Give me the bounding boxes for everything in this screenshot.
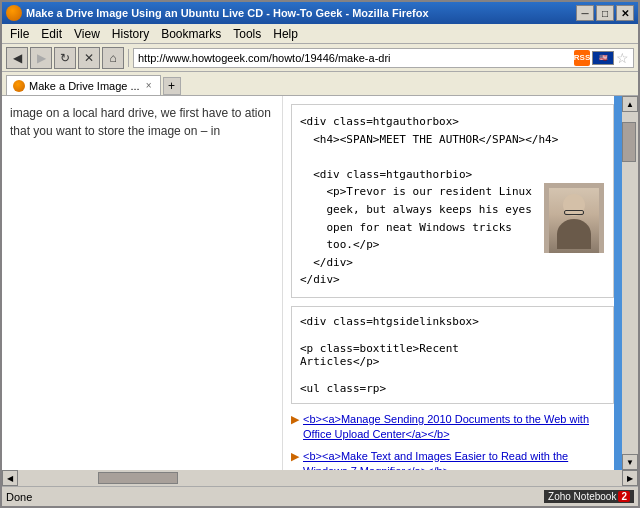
scroll-thumb-v[interactable] bbox=[622, 122, 636, 162]
close-button[interactable]: ✕ bbox=[616, 5, 634, 21]
menu-history[interactable]: History bbox=[106, 25, 155, 43]
scroll-thumb-h[interactable] bbox=[98, 472, 178, 484]
html-line-10: <div class=htgsidelinksbox> bbox=[300, 315, 605, 328]
minimize-button[interactable]: ─ bbox=[576, 5, 594, 21]
nav-bar: ◀ ▶ ↻ ✕ ⌂ http://www.howtogeek.com/howto… bbox=[2, 44, 638, 72]
menu-view[interactable]: View bbox=[68, 25, 106, 43]
author-section: <p>Trevor is our resident Linux geek, bu… bbox=[300, 183, 605, 253]
html-line-6: open for neat Windows tricks bbox=[300, 219, 532, 237]
forward-button[interactable]: ▶ bbox=[30, 47, 52, 69]
menu-file[interactable]: File bbox=[4, 25, 35, 43]
title-bar: Make a Drive Image Using an Ubuntu Live … bbox=[2, 2, 638, 24]
address-bar[interactable]: http://www.howtogeek.com/howto/19446/mak… bbox=[133, 48, 634, 68]
right-html-panel: <div class=htgauthorbox> <h4><SPAN>MEET … bbox=[282, 96, 622, 470]
html-line-2: <h4><SPAN>MEET THE AUTHOR</SPAN></h4> bbox=[300, 131, 605, 149]
status-right: Zoho Notebook 2 bbox=[544, 490, 634, 503]
back-button[interactable]: ◀ bbox=[6, 47, 28, 69]
html-line-1: <div class=htgauthorbox> bbox=[300, 113, 605, 131]
link-item-2: ▶ <b><a>Make Text and Images Easier to R… bbox=[291, 449, 614, 470]
menu-tools[interactable]: Tools bbox=[227, 25, 267, 43]
status-bar: Done Zoho Notebook 2 bbox=[2, 486, 638, 506]
html-line-3: <div class=htgauthorbio> bbox=[300, 166, 605, 184]
left-text-panel: image on a local hard drive, we first ha… bbox=[2, 96, 282, 470]
blue-accent-bar bbox=[614, 96, 622, 470]
scroll-track-v[interactable] bbox=[622, 112, 638, 454]
links-box: <div class=htgsidelinksbox> <p class=box… bbox=[291, 306, 614, 404]
home-button[interactable]: ⌂ bbox=[102, 47, 124, 69]
active-tab[interactable]: Make a Drive Image ... × bbox=[6, 75, 161, 95]
html-line-4: <p>Trevor is our resident Linux bbox=[300, 183, 532, 201]
html-line-9: </div> bbox=[300, 271, 605, 289]
tab-label: Make a Drive Image ... bbox=[29, 80, 140, 92]
status-text: Done bbox=[6, 491, 32, 503]
firefox-icon bbox=[6, 5, 22, 21]
link-arrow-2: ▶ bbox=[291, 450, 299, 463]
html-line-13: <ul class=rp> bbox=[300, 382, 605, 395]
link-text-2[interactable]: <b><a>Make Text and Images Easier to Rea… bbox=[303, 449, 614, 470]
rss-icon[interactable]: RSS bbox=[574, 50, 590, 66]
zoho-notebook-badge[interactable]: Zoho Notebook 2 bbox=[544, 490, 634, 503]
html-code-box: <div class=htgauthorbox> <h4><SPAN>MEET … bbox=[291, 104, 614, 298]
page-content: image on a local hard drive, we first ha… bbox=[2, 96, 638, 470]
scroll-left-button[interactable]: ◀ bbox=[2, 470, 18, 486]
horizontal-scrollbar[interactable]: ◀ ▶ bbox=[2, 470, 638, 486]
title-bar-left: Make a Drive Image Using an Ubuntu Live … bbox=[6, 5, 429, 21]
zoho-label: Zoho Notebook bbox=[548, 491, 616, 502]
scroll-up-button[interactable]: ▲ bbox=[622, 96, 638, 112]
zoho-count: 2 bbox=[618, 491, 630, 502]
tab-bar: Make a Drive Image ... × + bbox=[2, 72, 638, 96]
html-line-11: <p class=boxtitle>Recent bbox=[300, 342, 605, 355]
author-text: <p>Trevor is our resident Linux geek, bu… bbox=[300, 183, 532, 253]
author-photo bbox=[544, 183, 604, 253]
html-line-12: Articles</p> bbox=[300, 355, 605, 368]
page-text: image on a local hard drive, we first ha… bbox=[10, 104, 274, 140]
scroll-down-button[interactable]: ▼ bbox=[622, 454, 638, 470]
html-line-7: too.</p> bbox=[300, 236, 532, 254]
stop-button[interactable]: ✕ bbox=[78, 47, 100, 69]
link-item-1: ▶ <b><a>Manage Sending 2010 Documents to… bbox=[291, 412, 614, 443]
menu-bookmarks[interactable]: Bookmarks bbox=[155, 25, 227, 43]
nav-separator bbox=[128, 49, 129, 67]
vertical-scrollbar[interactable]: ▲ ▼ bbox=[622, 96, 638, 470]
maximize-button[interactable]: □ bbox=[596, 5, 614, 21]
browser-window: Make a Drive Image Using an Ubuntu Live … bbox=[0, 0, 640, 508]
flag-icon: 🇺🇸 bbox=[592, 51, 614, 65]
address-text: http://www.howtogeek.com/howto/19446/mak… bbox=[138, 52, 570, 64]
bookmark-star-icon[interactable]: ☆ bbox=[616, 50, 629, 66]
reload-button[interactable]: ↻ bbox=[54, 47, 76, 69]
scroll-track-h[interactable] bbox=[18, 471, 622, 485]
link-arrow-1: ▶ bbox=[291, 413, 299, 426]
window-title: Make a Drive Image Using an Ubuntu Live … bbox=[26, 7, 429, 19]
recent-articles-section: ▶ <b><a>Manage Sending 2010 Documents to… bbox=[291, 412, 614, 470]
scroll-right-button[interactable]: ▶ bbox=[622, 470, 638, 486]
menu-help[interactable]: Help bbox=[267, 25, 304, 43]
link-text-1[interactable]: <b><a>Manage Sending 2010 Documents to t… bbox=[303, 412, 614, 443]
tab-close-button[interactable]: × bbox=[144, 80, 154, 91]
html-line-8: </div> bbox=[300, 254, 605, 272]
content-area: image on a local hard drive, we first ha… bbox=[2, 96, 638, 470]
bottom-area: ◀ ▶ Done Zoho Notebook 2 bbox=[2, 470, 638, 506]
title-bar-buttons: ─ □ ✕ bbox=[576, 5, 634, 21]
tab-favicon bbox=[13, 80, 25, 92]
html-line-5: geek, but always keeps his eyes bbox=[300, 201, 532, 219]
new-tab-button[interactable]: + bbox=[163, 77, 181, 95]
menu-bar: File Edit View History Bookmarks Tools H… bbox=[2, 24, 638, 44]
menu-edit[interactable]: Edit bbox=[35, 25, 68, 43]
address-icons: RSS 🇺🇸 ☆ bbox=[574, 50, 629, 66]
